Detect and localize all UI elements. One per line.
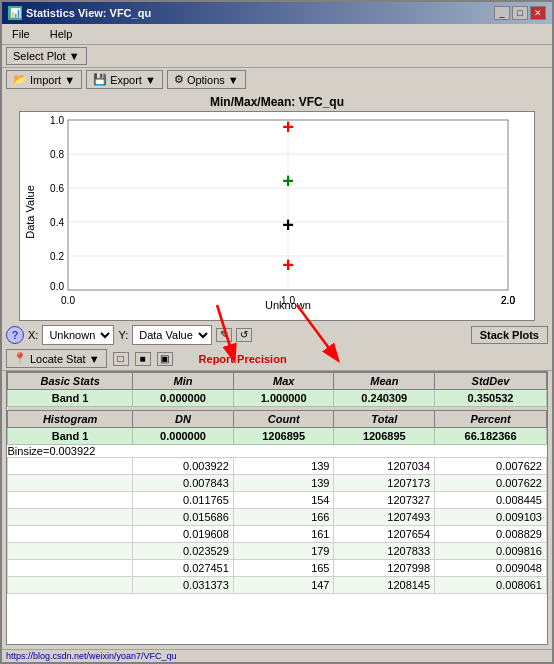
row-percent: 0.008829 xyxy=(435,526,547,543)
row-percent: 0.007622 xyxy=(435,458,547,475)
hist-band1-count: 1206895 xyxy=(233,428,334,445)
row-label xyxy=(8,509,133,526)
options-button[interactable]: ⚙ Options ▼ xyxy=(167,70,246,89)
svg-text:0.4: 0.4 xyxy=(50,217,64,228)
row-percent: 0.009816 xyxy=(435,543,547,560)
data-table-container[interactable]: Basic Stats Min Max Mean StdDev Band 1 0… xyxy=(6,371,548,645)
row-percent: 0.009103 xyxy=(435,509,547,526)
import-label: Import ▼ xyxy=(30,74,75,86)
binsize-row: Binsize=0.003922 xyxy=(8,445,547,458)
stack-plots-button[interactable]: Stack Plots xyxy=(471,326,548,344)
histogram-header: Histogram DN Count Total Percent xyxy=(8,411,547,428)
svg-text:0.0: 0.0 xyxy=(61,295,75,306)
row-total: 1207327 xyxy=(334,492,435,509)
view-icon-1[interactable]: □ xyxy=(113,352,129,366)
export-button[interactable]: 💾 Export ▼ xyxy=(86,70,163,89)
help-menu[interactable]: Help xyxy=(44,26,79,42)
row-label xyxy=(8,560,133,577)
plot-area-container: Min/Max/Mean: VFC_qu Data Value 1.0 0.8 … xyxy=(2,91,552,323)
table-row: 0.015686 166 1207493 0.009103 xyxy=(8,509,547,526)
col-basic-stats: Basic Stats xyxy=(8,373,133,390)
col-dn: DN xyxy=(133,411,234,428)
help-button[interactable]: ? xyxy=(6,326,24,344)
band1-mean: 0.240309 xyxy=(334,390,435,407)
table-row: 0.031373 147 1208145 0.008061 xyxy=(8,577,547,594)
col-min: Min xyxy=(133,373,234,390)
hist-band1-label: Band 1 xyxy=(8,428,133,445)
hist-band1-row: Band 1 0.000000 1206895 1206895 66.18236… xyxy=(8,428,547,445)
import-icon: 📂 xyxy=(13,73,27,86)
row-count: 179 xyxy=(233,543,334,560)
select-plot-button[interactable]: Select Plot ▼ xyxy=(6,47,87,65)
plot-area: Data Value 1.0 0.8 0.6 0.4 0.2 0.0 xyxy=(19,111,535,321)
band1-label: Band 1 xyxy=(8,390,133,407)
hist-band1-total: 1206895 xyxy=(334,428,435,445)
edit-icon[interactable]: ✎ xyxy=(216,328,232,342)
report-precision-label: Report Precision xyxy=(199,353,287,365)
row-dn: 0.015686 xyxy=(133,509,234,526)
row-label xyxy=(8,543,133,560)
row-label xyxy=(8,475,133,492)
row-dn: 0.019608 xyxy=(133,526,234,543)
row-percent: 0.008061 xyxy=(435,577,547,594)
table-row: 0.011765 154 1207327 0.008445 xyxy=(8,492,547,509)
row-label xyxy=(8,577,133,594)
row-label xyxy=(8,458,133,475)
row-total: 1207654 xyxy=(334,526,435,543)
row-dn: 0.027451 xyxy=(133,560,234,577)
url-bar: https://blog.csdn.net/weixin/yoan7/VFC_q… xyxy=(2,649,552,662)
refresh-icon[interactable]: ↺ xyxy=(236,328,252,342)
row-dn: 0.031373 xyxy=(133,577,234,594)
row-count: 139 xyxy=(233,458,334,475)
row-total: 1207998 xyxy=(334,560,435,577)
import-button[interactable]: 📂 Import ▼ xyxy=(6,70,82,89)
locate-label: Locate Stat ▼ xyxy=(30,353,100,365)
row-dn: 0.023529 xyxy=(133,543,234,560)
y-label: Y: xyxy=(118,329,128,341)
maximize-button[interactable]: □ xyxy=(512,6,528,20)
svg-text:0.0: 0.0 xyxy=(50,281,64,292)
view-icon-3[interactable]: ▣ xyxy=(157,352,173,366)
menu-bar: File Help xyxy=(2,24,552,45)
stats-table: Basic Stats Min Max Mean StdDev Band 1 0… xyxy=(7,372,547,594)
svg-text:0.6: 0.6 xyxy=(50,183,64,194)
row-count: 165 xyxy=(233,560,334,577)
row-percent: 0.008445 xyxy=(435,492,547,509)
minimize-button[interactable]: _ xyxy=(494,6,510,20)
window-icon: 📊 xyxy=(8,6,22,20)
main-window: 📊 Statistics View: VFC_qu _ □ ✕ File Hel… xyxy=(0,0,554,664)
window-title: Statistics View: VFC_qu xyxy=(26,7,151,19)
svg-text:Unknown: Unknown xyxy=(265,299,311,310)
y-axis-select[interactable]: Data Value xyxy=(132,325,212,345)
row-label xyxy=(8,492,133,509)
row-label xyxy=(8,526,133,543)
row-total: 1207833 xyxy=(334,543,435,560)
export-icon: 💾 xyxy=(93,73,107,86)
hist-band1-dn: 0.000000 xyxy=(133,428,234,445)
bottom-controls: ? X: Unknown Y: Data Value ✎ ↺ Stack Plo… xyxy=(2,323,552,347)
row-count: 154 xyxy=(233,492,334,509)
band1-min: 0.000000 xyxy=(133,390,234,407)
table-row: 0.003922 139 1207034 0.007622 xyxy=(8,458,547,475)
row-dn: 0.003922 xyxy=(133,458,234,475)
row-count: 166 xyxy=(233,509,334,526)
row-total: 1207173 xyxy=(334,475,435,492)
svg-text:0.2: 0.2 xyxy=(50,251,64,262)
table-row: 0.019608 161 1207654 0.008829 xyxy=(8,526,547,543)
view-icon-2[interactable]: ■ xyxy=(135,352,151,366)
close-button[interactable]: ✕ xyxy=(530,6,546,20)
row-dn: 0.011765 xyxy=(133,492,234,509)
chart-svg: Data Value 1.0 0.8 0.6 0.4 0.2 0.0 xyxy=(20,112,536,310)
svg-text:1.0: 1.0 xyxy=(50,115,64,126)
locate-stat-button[interactable]: 📍 Locate Stat ▼ xyxy=(6,349,107,368)
title-bar: 📊 Statistics View: VFC_qu _ □ ✕ xyxy=(2,2,552,24)
row-count: 139 xyxy=(233,475,334,492)
basic-stats-band1-row: Band 1 0.000000 1.000000 0.240309 0.3505… xyxy=(8,390,547,407)
col-percent: Percent xyxy=(435,411,547,428)
row-total: 1207493 xyxy=(334,509,435,526)
basic-stats-header: Basic Stats Min Max Mean StdDev xyxy=(8,373,547,390)
x-axis-select[interactable]: Unknown xyxy=(42,325,114,345)
locate-toolbar: 📍 Locate Stat ▼ □ ■ ▣ Report Precision xyxy=(2,347,552,371)
main-toolbar: Select Plot ▼ xyxy=(2,45,552,68)
file-menu[interactable]: File xyxy=(6,26,36,42)
